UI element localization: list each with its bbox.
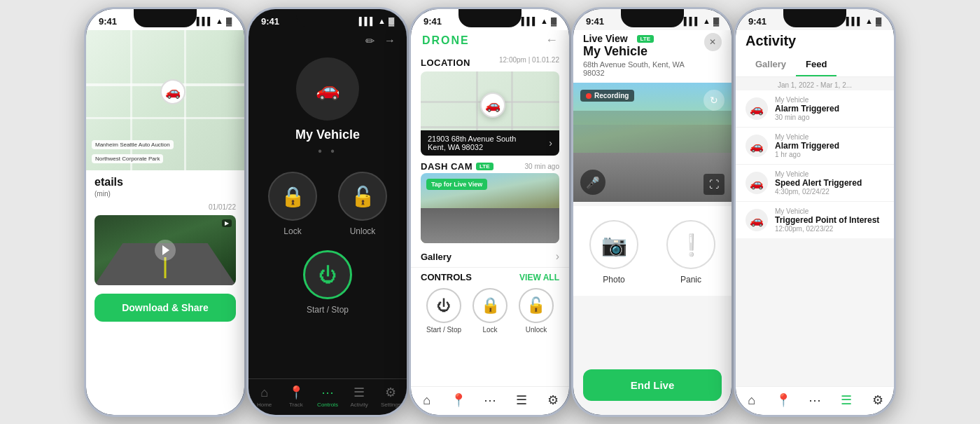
p3-map: 🚗 21903 68th Avenue South Kent, WA 98032… xyxy=(421,71,559,156)
controls-title-row: CONTROLS View All xyxy=(421,272,559,282)
arrow-icon-3[interactable]: ← xyxy=(545,33,558,48)
signal-icon-1: ▌▌▌ xyxy=(197,17,213,25)
p3-map-pin: 🚗 xyxy=(480,93,505,118)
time-5: 9:41 xyxy=(748,16,766,27)
status-icons-2: ▌▌▌ ▲ ▓ xyxy=(359,17,394,25)
car-icon-2: 🚗 xyxy=(746,172,768,194)
bottom-nav-2: ⌂ Home 📍 Track ⋯ Controls ☰ Activity ⚙ xyxy=(248,378,407,415)
unlock-ring-p3[interactable]: 🔓 xyxy=(519,288,554,323)
signal-icon-4: ▌▌▌ xyxy=(684,17,700,25)
lock-ring-p3[interactable]: 🔒 xyxy=(472,288,507,323)
rec-dot xyxy=(586,93,592,99)
nav-activity-2[interactable]: ☰ Activity xyxy=(344,385,375,408)
date-range: Jan 1, 2022 - Mar 1, 2... xyxy=(736,77,894,90)
nav-settings-2[interactable]: ⚙ Settings xyxy=(375,385,407,408)
vehicle-name-4: My Vehicle xyxy=(583,44,704,59)
play-button[interactable] xyxy=(155,240,176,261)
panic-label: Panic xyxy=(680,275,701,285)
lte-badge-3: LTE xyxy=(476,163,493,170)
signal-icon-3: ▌▌▌ xyxy=(522,17,538,25)
nav-track-2[interactable]: 📍 Track xyxy=(280,385,312,408)
view-all-link[interactable]: View All xyxy=(519,273,559,282)
start-stop-row: ⏻ Start / Stop xyxy=(248,250,407,315)
nav-item-3-1[interactable]: ⌂ xyxy=(411,393,442,408)
nav-controls-label-2: Controls xyxy=(317,402,338,408)
download-share-button[interactable]: Download & Share xyxy=(94,294,236,322)
nav-activity-label-2: Activity xyxy=(351,402,368,408)
tap-live-badge[interactable]: Tap for Live View xyxy=(426,179,487,190)
battery-icon-3: ▓ xyxy=(551,17,556,25)
start-stop-circle[interactable]: ⏻ xyxy=(303,250,352,299)
spacer-3 xyxy=(411,336,569,386)
video-thumbnail[interactable]: ▶ xyxy=(94,215,236,285)
location-section: LOCATION 12:00pm | 01.01.22 xyxy=(411,52,569,71)
car-emoji: 🚗 xyxy=(316,78,340,101)
nav-item-5-5[interactable]: ⚙ xyxy=(862,392,894,408)
mic-button[interactable]: 🎤 xyxy=(580,170,606,195)
p3-ctrl-icons: ⏻ Start / Stop 🔒 Lock 🔓 Unlock xyxy=(421,288,559,334)
list-item[interactable]: 🚗 My Vehicle Triggered Point of Interest… xyxy=(736,202,894,238)
gallery-row[interactable]: Gallery › xyxy=(411,246,569,268)
live-video-area: Recording ↻ 🎤 ⛶ xyxy=(573,83,732,202)
close-button-4[interactable]: ✕ xyxy=(704,33,722,51)
phone-5: 9:41 ▌▌▌ ▲ ▓ Activity Gallery Feed Jan 1… xyxy=(734,7,896,417)
live-view-row: Live View LTE xyxy=(583,33,704,44)
status-icons-3: ▌▌▌ ▲ ▓ xyxy=(522,17,556,25)
lock-circle[interactable]: 🔒 xyxy=(268,172,317,221)
map-pin-1: 🚗 xyxy=(160,79,186,104)
end-live-button[interactable]: End Live xyxy=(583,369,722,401)
p5-tabs: Gallery Feed xyxy=(736,53,894,77)
nav-item-5-3[interactable]: ⋯ xyxy=(799,392,830,408)
lock-label: Lock xyxy=(284,226,301,236)
battery-icon-1: ▓ xyxy=(226,17,232,25)
car-icon-0: 🚗 xyxy=(746,97,768,120)
start-stop-control: ⏻ Start / Stop xyxy=(303,250,352,315)
feed-tab[interactable]: Feed xyxy=(796,53,836,76)
nav-settings-label-2: Settings xyxy=(381,402,401,408)
panic-circle[interactable]: ❕ xyxy=(666,220,715,269)
nav-home-2[interactable]: ⌂ Home xyxy=(248,385,280,408)
edit-icon-2[interactable]: ✏ xyxy=(365,34,374,48)
signal-icon-5: ▌▌▌ xyxy=(846,17,862,25)
building-layer xyxy=(573,111,732,153)
bottom-nav-5: ⌂ 📍 ⋯ ☰ ⚙ xyxy=(736,386,894,415)
nav-item-3-3[interactable]: ⋯ xyxy=(474,392,505,408)
unlock-circle[interactable]: 🔓 xyxy=(338,172,387,221)
refresh-button[interactable]: ↻ xyxy=(704,90,724,111)
list-item[interactable]: 🚗 My Vehicle Speed Alert Triggered 4:30p… xyxy=(736,165,894,202)
photo-circle[interactable]: 📷 xyxy=(589,220,638,269)
arrow-icon-2[interactable]: → xyxy=(384,34,396,48)
nav-controls-2[interactable]: ⋯ Controls xyxy=(312,385,343,408)
photo-action: 📷 Photo xyxy=(589,220,638,285)
item-vehicle-3: My Vehicle xyxy=(775,207,884,215)
nav-item-3-4[interactable]: ☰ xyxy=(506,392,538,408)
phone-2: 9:41 ▌▌▌ ▲ ▓ ✏ → 🚗 My Vehicle • • xyxy=(246,7,409,417)
dash-thumb[interactable]: Tap for Live View xyxy=(421,173,559,243)
list-item[interactable]: 🚗 My Vehicle Alarm Triggered 1 hr ago xyxy=(736,128,894,165)
dash-cam-title: DASH CAM xyxy=(421,161,472,172)
screen-3: 9:41 ▌▌▌ ▲ ▓ DRONE ← LOCATION 12:00pm | … xyxy=(411,9,569,415)
nav-item-3-5[interactable]: ⚙ xyxy=(538,392,569,408)
address-arrow[interactable]: › xyxy=(549,137,552,149)
nav-item-5-2[interactable]: 📍 xyxy=(767,392,799,408)
expand-button[interactable]: ⛶ xyxy=(704,174,724,195)
gallery-tab[interactable]: Gallery xyxy=(746,53,796,76)
start-stop-name-p3: Start / Stop xyxy=(426,326,461,334)
nav-item-5-1[interactable]: ⌂ xyxy=(736,393,767,408)
list-item[interactable]: 🚗 My Vehicle Alarm Triggered 30 min ago xyxy=(736,90,894,128)
lock-p3: 🔒 Lock xyxy=(472,288,507,334)
start-stop-ring-p3[interactable]: ⏻ xyxy=(426,288,461,323)
battery-icon-4: ▓ xyxy=(713,17,719,25)
time-ago-label: 30 min ago xyxy=(525,163,559,170)
status-icons-4: ▌▌▌ ▲ ▓ xyxy=(684,17,719,25)
battery-icon-2: ▓ xyxy=(388,17,394,25)
home-icon-5: ⌂ xyxy=(748,393,755,408)
wifi-icon-3: ▲ xyxy=(540,17,548,25)
item-time-3: 12:00pm, 02/23/22 xyxy=(775,225,884,233)
item-time-0: 30 min ago xyxy=(775,114,884,121)
nav-item-5-4[interactable]: ☰ xyxy=(831,392,862,408)
signal-icon-2: ▌▌▌ xyxy=(359,17,375,25)
nav-item-3-2[interactable]: 📍 xyxy=(442,392,474,408)
detail-date: 01/01/22 xyxy=(94,203,236,211)
nav-track-label-2: Track xyxy=(289,402,303,408)
